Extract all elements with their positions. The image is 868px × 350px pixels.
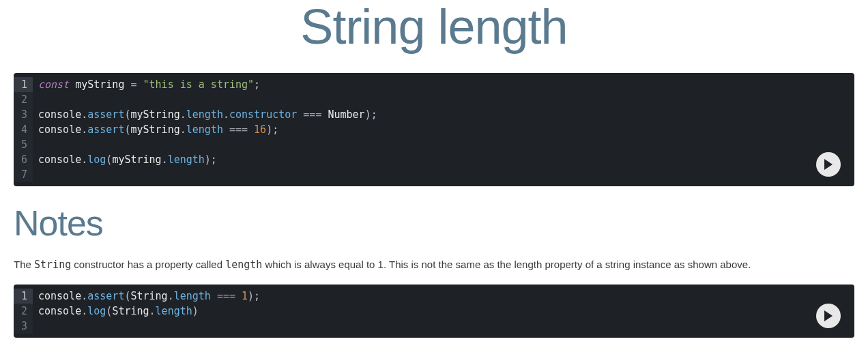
svg-marker-0 [824, 159, 833, 170]
play-button[interactable] [816, 152, 841, 177]
code-line: 5 [14, 137, 854, 152]
note-text: constructor has a property called [71, 259, 225, 270]
code-content: const myString = "this is a string"; [33, 77, 854, 92]
line-number: 1 [14, 289, 33, 304]
code-content: console.assert(String.length === 1); [33, 289, 854, 304]
line-number: 1 [14, 77, 33, 92]
code-line: 3console.assert(myString.length.construc… [14, 107, 854, 122]
note-text: which is always equal to 1. This is not … [262, 259, 751, 270]
code-content [33, 137, 854, 152]
code-line: 3 [14, 319, 854, 334]
line-number: 7 [14, 167, 33, 182]
code-content: console.log(String.length) [33, 304, 854, 319]
code-block-1: 1const myString = "this is a string";2 3… [14, 73, 854, 186]
notes-heading: Notes [14, 203, 854, 244]
code-line: 7 [14, 167, 854, 182]
code-line: 6console.log(myString.length); [14, 152, 854, 167]
code-line: 2 [14, 92, 854, 107]
code-content [33, 92, 854, 107]
code-content [33, 167, 854, 182]
inline-code: String [34, 259, 71, 271]
play-icon [824, 310, 833, 321]
line-number: 5 [14, 137, 33, 152]
code-content: console.log(myString.length); [33, 152, 854, 167]
inline-code: length [225, 259, 262, 271]
code-line: 1console.assert(String.length === 1); [14, 289, 854, 304]
line-number: 4 [14, 122, 33, 137]
line-number: 3 [14, 107, 33, 122]
code-line: 1const myString = "this is a string"; [14, 77, 854, 92]
note-text: The [14, 259, 34, 270]
code-content: console.assert(myString.length === 16); [33, 122, 854, 137]
line-number: 3 [14, 319, 33, 334]
line-number: 2 [14, 92, 33, 107]
code-line: 2console.log(String.length) [14, 304, 854, 319]
code-block-2: 1console.assert(String.length === 1);2co… [14, 285, 854, 338]
play-icon [824, 159, 833, 170]
line-number: 6 [14, 152, 33, 167]
code-line: 4console.assert(myString.length === 16); [14, 122, 854, 137]
page-title: String length [14, 0, 854, 54]
code-content [33, 319, 854, 334]
note-paragraph: The String constructor has a property ca… [14, 257, 854, 272]
code-content: console.assert(myString.length.construct… [33, 107, 854, 122]
svg-marker-1 [824, 310, 833, 321]
line-number: 2 [14, 304, 33, 319]
play-button[interactable] [816, 304, 841, 328]
